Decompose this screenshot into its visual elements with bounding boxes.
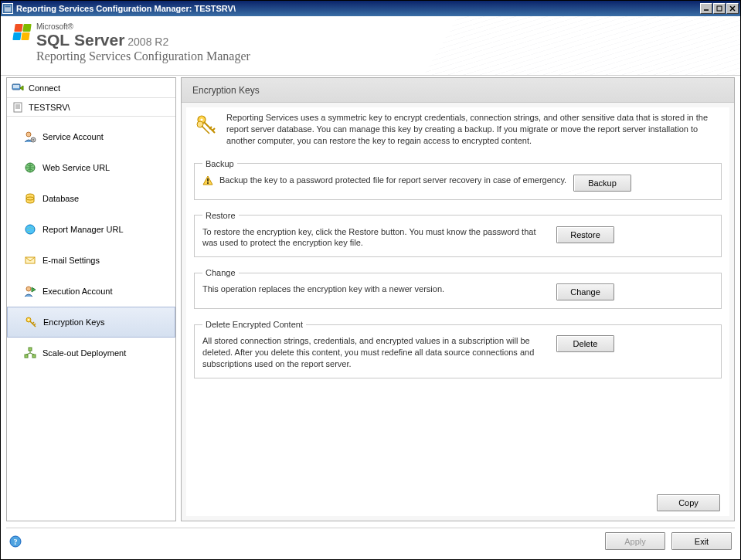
group-restore: Restore To restore the encryption key, c… <box>194 211 722 258</box>
svg-point-30 <box>207 182 209 184</box>
user-gear-icon <box>24 131 36 143</box>
group-delete-legend: Delete Encrypted Content <box>202 320 306 329</box>
svg-rect-8 <box>14 103 22 112</box>
restore-button[interactable]: Restore <box>556 226 614 243</box>
group-delete: Delete Encrypted Content All stored conn… <box>194 320 722 378</box>
restore-text: To restore the encryption key, click the… <box>202 226 550 249</box>
nav-label: Execution Account <box>42 287 113 296</box>
svg-rect-1 <box>5 6 11 8</box>
svg-text:?: ? <box>14 538 18 546</box>
server-node[interactable]: TESTSRV\ <box>7 98 175 117</box>
connect-button[interactable]: Connect <box>7 78 175 98</box>
svg-rect-25 <box>32 355 36 358</box>
delete-text: All stored connection strings, credentia… <box>202 335 550 370</box>
nav-label: Database <box>42 194 79 203</box>
header-banner: Microsoft® SQL Server 2008 R2 Reporting … <box>1 16 740 76</box>
nav-label: Web Service URL <box>42 163 110 172</box>
brand-microsoft: Microsoft® <box>36 22 250 31</box>
warning-icon <box>202 175 213 186</box>
intro-text: Reporting Services uses a symmetric key … <box>226 112 722 147</box>
mail-icon <box>24 254 36 266</box>
svg-rect-24 <box>25 355 28 358</box>
nav-list: Service Account Web Service URL Database… <box>7 117 175 521</box>
group-backup: Backup Backup the key to a password prot… <box>194 159 722 200</box>
nav-web-service-url[interactable]: Web Service URL <box>7 152 175 183</box>
svg-point-20 <box>26 287 31 291</box>
svg-rect-3 <box>717 6 722 11</box>
microsoft-logo-icon <box>13 24 30 41</box>
keys-large-icon <box>194 112 219 137</box>
svg-point-18 <box>25 225 35 234</box>
nav-label: E-mail Settings <box>42 256 100 265</box>
window-titlebar: Reporting Services Configuration Manager… <box>1 1 740 16</box>
nav-service-account[interactable]: Service Account <box>7 121 175 152</box>
backup-button[interactable]: Backup <box>573 175 631 192</box>
nav-report-manager-url[interactable]: Report Manager URL <box>7 214 175 245</box>
brand-subtitle: Reporting Services Configuration Manager <box>36 49 250 63</box>
footer: ? Apply Exit <box>6 528 735 554</box>
server-label: TESTSRV\ <box>29 103 70 112</box>
exit-button[interactable]: Exit <box>671 532 732 550</box>
maximize-button[interactable] <box>713 3 726 14</box>
globe-link-icon <box>24 161 36 174</box>
globe-icon <box>24 223 36 236</box>
database-icon <box>24 192 36 205</box>
group-change: Change This operation replaces the encry… <box>194 268 722 309</box>
nav-database[interactable]: Database <box>7 183 175 214</box>
connect-icon <box>12 82 24 94</box>
connect-label: Connect <box>29 83 60 93</box>
help-icon[interactable]: ? <box>9 535 22 548</box>
panel-title: Encryption Keys <box>182 78 734 103</box>
nav-label: Encryption Keys <box>43 317 104 327</box>
group-restore-legend: Restore <box>202 211 239 220</box>
backup-text: Backup the key to a password protected f… <box>219 175 567 186</box>
change-text: This operation replaces the encryption k… <box>202 283 550 295</box>
brand-product: SQL Server 2008 R2 <box>36 31 250 49</box>
nav-encryption-keys[interactable]: Encryption Keys <box>7 307 175 338</box>
svg-point-22 <box>28 319 29 321</box>
window-title: Reporting Services Configuration Manager… <box>16 4 700 13</box>
delete-button[interactable]: Delete <box>556 335 614 352</box>
nav-email-settings[interactable]: E-mail Settings <box>7 245 175 276</box>
user-run-icon <box>24 285 36 297</box>
svg-rect-7 <box>13 85 19 88</box>
copy-button[interactable]: Copy <box>657 494 720 511</box>
nav-execution-account[interactable]: Execution Account <box>7 276 175 307</box>
apply-button[interactable]: Apply <box>605 532 665 550</box>
svg-point-27 <box>200 118 202 120</box>
nav-label: Service Account <box>42 132 104 141</box>
sidebar: Connect TESTSRV\ Service Account Web Ser… <box>6 77 176 521</box>
nav-label: Scale-out Deployment <box>42 348 126 358</box>
close-button[interactable] <box>726 3 739 14</box>
minimize-button[interactable] <box>700 3 712 14</box>
group-backup-legend: Backup <box>202 159 237 168</box>
server-icon <box>12 101 24 114</box>
nav-scale-out-deployment[interactable]: Scale-out Deployment <box>7 338 175 368</box>
group-change-legend: Change <box>202 268 239 277</box>
key-icon <box>25 316 37 328</box>
change-button[interactable]: Change <box>556 283 614 300</box>
svg-rect-23 <box>29 348 32 351</box>
app-icon <box>2 3 13 14</box>
svg-point-14 <box>32 139 34 141</box>
svg-point-12 <box>26 132 31 137</box>
main-panel: Encryption Keys Reporting Services uses … <box>181 77 735 521</box>
nav-label: Report Manager URL <box>42 225 124 234</box>
scale-out-icon <box>24 347 36 359</box>
